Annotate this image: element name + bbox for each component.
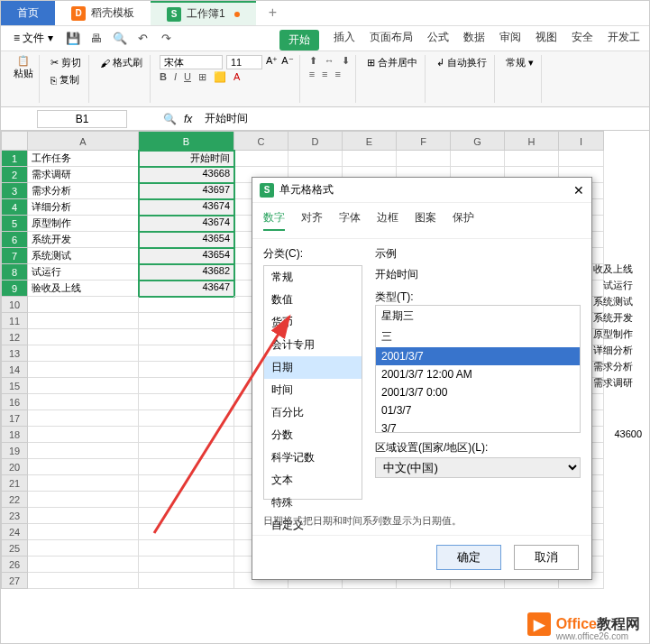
cell[interactable] bbox=[28, 362, 139, 378]
dialog-tab-align[interactable]: 对齐 bbox=[301, 210, 323, 231]
row-header[interactable]: 23 bbox=[1, 508, 28, 524]
row-header[interactable]: 17 bbox=[1, 410, 28, 427]
cell[interactable] bbox=[28, 492, 139, 508]
category-item[interactable]: 百分比 bbox=[264, 401, 362, 424]
align-left-icon[interactable]: ≡ bbox=[309, 69, 315, 79]
increase-font-icon[interactable]: A⁺ bbox=[266, 55, 278, 69]
cell[interactable] bbox=[397, 151, 451, 167]
merge-button[interactable]: ⊞合并居中 bbox=[365, 55, 419, 70]
redo-icon[interactable]: ↷ bbox=[158, 30, 176, 48]
cell[interactable]: 详细分析 bbox=[28, 199, 139, 216]
cell[interactable] bbox=[28, 573, 139, 589]
column-header[interactable]: B bbox=[139, 131, 234, 151]
cell[interactable]: 需求调研 bbox=[28, 167, 139, 183]
select-all-corner[interactable] bbox=[1, 131, 28, 151]
cell[interactable] bbox=[28, 524, 139, 540]
row-header[interactable]: 16 bbox=[1, 394, 28, 410]
row-header[interactable]: 5 bbox=[1, 216, 28, 232]
cell[interactable] bbox=[28, 410, 139, 427]
cell[interactable] bbox=[139, 524, 234, 540]
ok-button[interactable]: 确定 bbox=[436, 545, 501, 570]
cell[interactable] bbox=[559, 151, 604, 167]
cancel-button[interactable]: 取消 bbox=[514, 545, 579, 570]
category-item[interactable]: 日期 bbox=[264, 356, 362, 379]
cell[interactable] bbox=[139, 313, 234, 329]
type-item[interactable]: 3/7 bbox=[376, 419, 580, 433]
cell[interactable] bbox=[28, 329, 139, 345]
cell[interactable] bbox=[28, 475, 139, 492]
tab-docer[interactable]: D 稻壳模板 bbox=[55, 1, 151, 25]
number-format-select[interactable]: 常规 ▾ bbox=[504, 55, 536, 70]
save-icon[interactable]: 💾 bbox=[64, 30, 82, 48]
tab-home[interactable]: 首页 bbox=[1, 1, 55, 25]
cell[interactable] bbox=[288, 151, 343, 167]
align-top-icon[interactable]: ⬆ bbox=[309, 55, 317, 67]
cell[interactable]: 43674 bbox=[139, 199, 234, 216]
row-header[interactable]: 27 bbox=[1, 573, 28, 589]
row-header[interactable]: 14 bbox=[1, 362, 28, 378]
italic-icon[interactable]: I bbox=[174, 71, 177, 83]
tab-workbook[interactable]: S 工作簿1 bbox=[151, 1, 256, 25]
cell[interactable] bbox=[139, 573, 234, 589]
category-item[interactable]: 时间 bbox=[264, 379, 362, 401]
type-list[interactable]: 星期三三2001/3/72001/3/7 12:00 AM2001/3/7 0:… bbox=[375, 305, 581, 433]
dialog-tab-number[interactable]: 数字 bbox=[263, 210, 285, 231]
print-icon[interactable]: 🖶 bbox=[87, 30, 105, 48]
row-header[interactable]: 20 bbox=[1, 459, 28, 475]
cell[interactable]: 43647 bbox=[139, 281, 234, 297]
column-header[interactable]: F bbox=[397, 131, 451, 151]
cell[interactable] bbox=[28, 508, 139, 524]
cell[interactable] bbox=[139, 394, 234, 410]
locale-select[interactable]: 中文(中国) bbox=[375, 457, 581, 478]
column-header[interactable]: D bbox=[288, 131, 343, 151]
undo-icon[interactable]: ↶ bbox=[134, 30, 152, 48]
formula-input[interactable] bbox=[199, 111, 380, 127]
font-select[interactable] bbox=[160, 55, 223, 69]
cut-button[interactable]: ✂ 剪切 bbox=[49, 55, 83, 70]
search-icon[interactable]: 🔍 bbox=[163, 113, 177, 125]
cell[interactable] bbox=[28, 557, 139, 573]
name-box[interactable] bbox=[37, 110, 127, 128]
row-header[interactable]: 25 bbox=[1, 540, 28, 557]
cell[interactable] bbox=[28, 459, 139, 475]
dialog-tab-font[interactable]: 字体 bbox=[339, 210, 361, 231]
row-header[interactable]: 3 bbox=[1, 183, 28, 199]
row-header[interactable]: 12 bbox=[1, 329, 28, 345]
cell[interactable]: 43697 bbox=[139, 183, 234, 199]
cell[interactable] bbox=[139, 378, 234, 394]
wrap-button[interactable]: ↲自动换行 bbox=[435, 55, 489, 70]
cell[interactable] bbox=[28, 313, 139, 329]
cell[interactable] bbox=[234, 151, 288, 167]
row-header[interactable]: 22 bbox=[1, 492, 28, 508]
row-header[interactable]: 24 bbox=[1, 524, 28, 540]
column-header[interactable]: C bbox=[234, 131, 288, 151]
row-header[interactable]: 10 bbox=[1, 297, 28, 313]
category-item[interactable]: 会计专用 bbox=[264, 334, 362, 356]
category-item[interactable]: 货币 bbox=[264, 311, 362, 334]
cell[interactable] bbox=[28, 443, 139, 459]
type-item[interactable]: 2001/3/7 0:00 bbox=[376, 383, 580, 401]
cell[interactable] bbox=[28, 345, 139, 362]
cell[interactable] bbox=[451, 151, 505, 167]
cell[interactable] bbox=[28, 378, 139, 394]
ribbon-tab-security[interactable]: 安全 bbox=[572, 30, 593, 51]
column-header[interactable]: A bbox=[28, 131, 139, 151]
dialog-tab-pattern[interactable]: 图案 bbox=[415, 210, 436, 231]
cell[interactable] bbox=[139, 297, 234, 313]
row-header[interactable]: 19 bbox=[1, 443, 28, 459]
row-header[interactable]: 2 bbox=[1, 167, 28, 183]
cell[interactable] bbox=[139, 492, 234, 508]
align-middle-icon[interactable]: ↔ bbox=[325, 55, 334, 67]
border-icon[interactable]: ⊞ bbox=[198, 71, 206, 83]
tab-add-button[interactable]: + bbox=[256, 1, 289, 25]
row-header[interactable]: 21 bbox=[1, 475, 28, 492]
row-header[interactable]: 8 bbox=[1, 264, 28, 281]
bold-icon[interactable]: B bbox=[160, 71, 167, 83]
column-header[interactable]: E bbox=[343, 131, 397, 151]
row-header[interactable]: 15 bbox=[1, 378, 28, 394]
type-item[interactable]: 2001/3/7 bbox=[376, 347, 580, 365]
cell[interactable]: 原型制作 bbox=[28, 216, 139, 232]
column-header[interactable]: I bbox=[559, 131, 604, 151]
cell[interactable]: 43682 bbox=[139, 264, 234, 281]
row-header[interactable]: 26 bbox=[1, 557, 28, 573]
